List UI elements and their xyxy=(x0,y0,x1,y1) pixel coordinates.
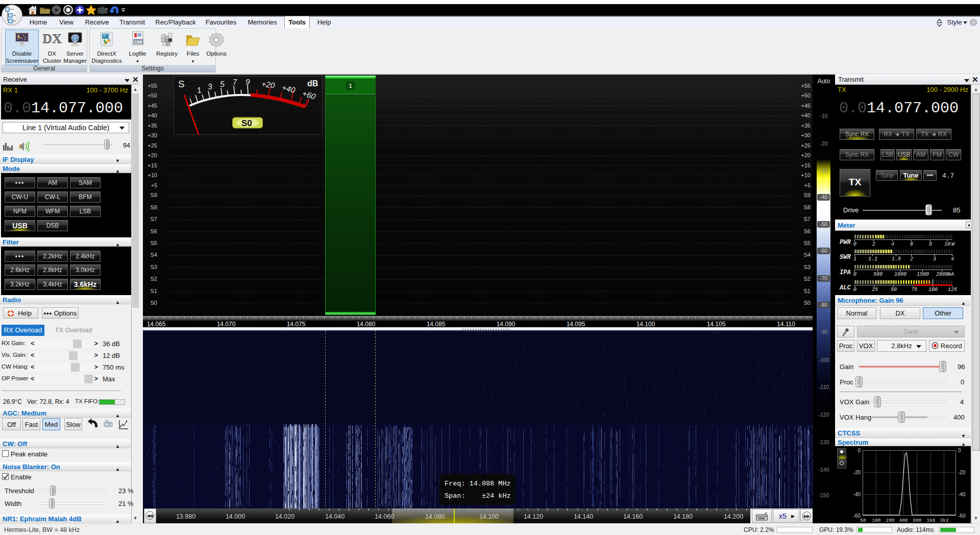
svg-text:LOG: LOG xyxy=(134,40,142,44)
svg-text:S0: S0 xyxy=(241,118,252,128)
svg-text:9: 9 xyxy=(246,77,250,86)
svg-text:S: S xyxy=(178,79,185,89)
svg-text:dB: dB xyxy=(307,79,318,88)
